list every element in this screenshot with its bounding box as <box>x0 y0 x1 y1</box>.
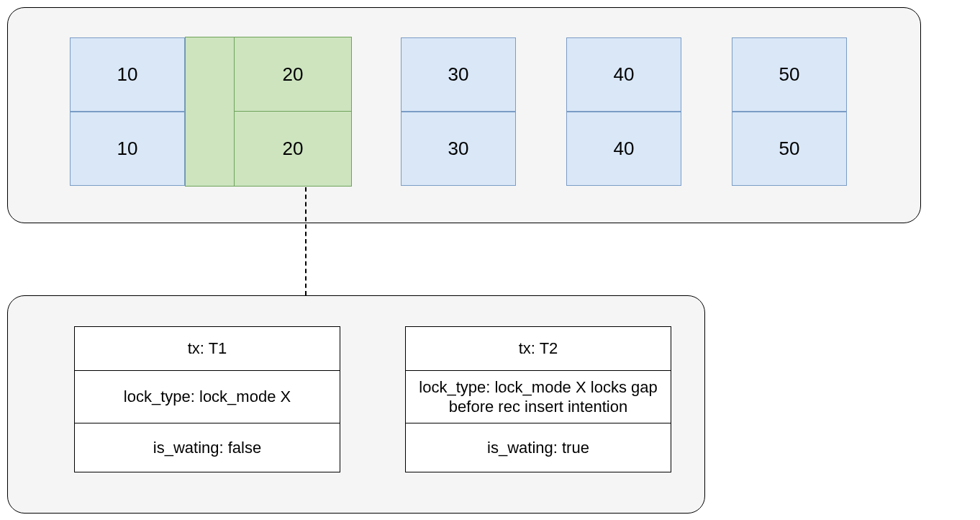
lock-card-t2: tx: T2 lock_type: lock_mode X locks gap … <box>405 326 671 472</box>
lock-card-t1: tx: T1 lock_type: lock_mode X is_wating:… <box>74 326 340 472</box>
record-50-bottom: 50 <box>732 112 847 186</box>
lock-waiting-label: is_wating: true <box>487 438 589 458</box>
record-20-top-highlight: 20 <box>234 37 352 112</box>
record-20-bottom-highlight: 20 <box>234 111 352 187</box>
record-value: 50 <box>779 63 800 86</box>
gap-lock-highlight <box>185 37 235 187</box>
record-30-bottom: 30 <box>401 112 516 186</box>
lock-type-label: lock_type: lock_mode X <box>124 387 291 407</box>
lock-waiting-row: is_wating: true <box>405 423 671 472</box>
record-10-top: 10 <box>70 37 185 112</box>
record-value: 10 <box>117 63 138 86</box>
record-30-top: 30 <box>401 37 516 112</box>
lock-type-row: lock_type: lock_mode X locks gap before … <box>405 371 671 423</box>
record-value: 40 <box>614 63 635 86</box>
connector-line <box>305 187 307 295</box>
lock-waiting-label: is_wating: false <box>153 438 261 458</box>
record-value: 20 <box>283 63 304 86</box>
record-value: 10 <box>117 138 138 160</box>
record-50-top: 50 <box>732 37 847 112</box>
lock-tx-label: tx: T1 <box>188 339 227 359</box>
lock-waiting-row: is_wating: false <box>74 423 340 472</box>
record-value: 30 <box>448 138 469 160</box>
record-10-bottom: 10 <box>70 112 185 186</box>
lock-type-label: lock_type: lock_mode X locks gap before … <box>412 377 665 417</box>
record-value: 30 <box>448 63 469 86</box>
lock-tx-label: tx: T2 <box>519 339 558 359</box>
lock-type-row: lock_type: lock_mode X <box>74 371 340 423</box>
lock-tx-row: tx: T1 <box>74 326 340 371</box>
record-value: 40 <box>614 138 635 160</box>
record-value: 50 <box>779 138 800 160</box>
record-40-top: 40 <box>566 37 681 112</box>
record-40-bottom: 40 <box>566 112 681 186</box>
lock-tx-row: tx: T2 <box>405 326 671 371</box>
record-value: 20 <box>283 138 304 160</box>
